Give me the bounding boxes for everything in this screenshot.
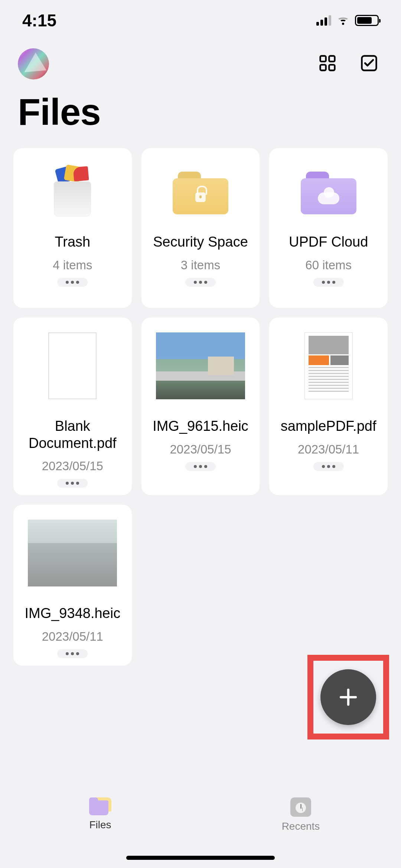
- photo-thumbnail-icon: [28, 520, 117, 586]
- cloud-folder-icon: [301, 172, 356, 214]
- plus-icon: [337, 686, 359, 708]
- select-checkbox-icon[interactable]: [359, 53, 379, 74]
- item-updf-cloud[interactable]: UPDF Cloud 60 items: [269, 148, 388, 308]
- item-sub: 4 items: [53, 258, 92, 272]
- item-name: UPDF Cloud: [287, 234, 370, 251]
- item-img-9348[interactable]: IMG_9348.heic 2023/05/11: [13, 505, 132, 666]
- add-button[interactable]: [320, 669, 376, 725]
- tab-label: Files: [89, 819, 111, 831]
- item-sub: 2023/05/15: [170, 442, 231, 456]
- cellular-signal-icon: [316, 15, 331, 26]
- svg-rect-2: [320, 65, 326, 70]
- status-icons: [316, 15, 379, 26]
- locked-folder-icon: [173, 172, 228, 214]
- recents-tab-icon: [290, 797, 311, 817]
- home-indicator[interactable]: [126, 856, 275, 860]
- wifi-icon: [336, 15, 350, 26]
- more-icon[interactable]: [57, 649, 88, 658]
- avatar[interactable]: [18, 48, 49, 79]
- more-icon[interactable]: [313, 278, 344, 287]
- files-grid: Trash 4 items Security Space 3 items UPD…: [0, 148, 401, 666]
- item-name: Blank Document.pdf: [17, 418, 128, 452]
- page-title: Files: [18, 91, 383, 133]
- item-name: IMG_9615.heic: [150, 418, 251, 435]
- item-sub: 3 items: [181, 258, 220, 272]
- item-sub: 2023/05/11: [42, 630, 103, 644]
- item-name: IMG_9348.heic: [22, 605, 123, 622]
- item-img-9615[interactable]: IMG_9615.heic 2023/05/15: [141, 318, 260, 495]
- item-blank-document[interactable]: Blank Document.pdf 2023/05/15: [13, 318, 132, 495]
- battery-icon: [355, 15, 379, 26]
- more-icon[interactable]: [185, 462, 216, 471]
- document-icon: [48, 332, 97, 399]
- svg-rect-0: [320, 56, 326, 62]
- files-tab-icon: [89, 797, 111, 815]
- more-icon[interactable]: [57, 479, 88, 488]
- item-sub: 2023/05/15: [42, 459, 103, 473]
- item-name: Trash: [52, 234, 92, 251]
- item-security-space[interactable]: Security Space 3 items: [141, 148, 260, 308]
- svg-rect-1: [329, 56, 335, 62]
- tab-files[interactable]: Files: [0, 790, 200, 849]
- status-bar: 4:15: [0, 0, 401, 37]
- more-icon[interactable]: [313, 462, 344, 471]
- item-trash[interactable]: Trash 4 items: [13, 148, 132, 308]
- status-time: 4:15: [22, 10, 56, 30]
- photo-thumbnail-icon: [156, 332, 245, 399]
- svg-rect-3: [329, 65, 335, 70]
- fab-highlight-annotation: [307, 655, 389, 739]
- item-sub: 60 items: [305, 258, 352, 272]
- item-samplepdf[interactable]: samplePDF.pdf 2023/05/11: [269, 318, 388, 495]
- tab-label: Recents: [282, 820, 320, 832]
- pdf-thumbnail-icon: [304, 332, 353, 399]
- grid-view-icon[interactable]: [318, 53, 337, 74]
- more-icon[interactable]: [57, 278, 88, 287]
- item-sub: 2023/05/11: [298, 442, 359, 456]
- tab-recents[interactable]: Recents: [200, 790, 401, 849]
- item-name: Security Space: [151, 234, 250, 251]
- header: [0, 37, 401, 83]
- item-name: samplePDF.pdf: [278, 418, 379, 435]
- more-icon[interactable]: [185, 278, 216, 287]
- trash-icon: [48, 169, 97, 217]
